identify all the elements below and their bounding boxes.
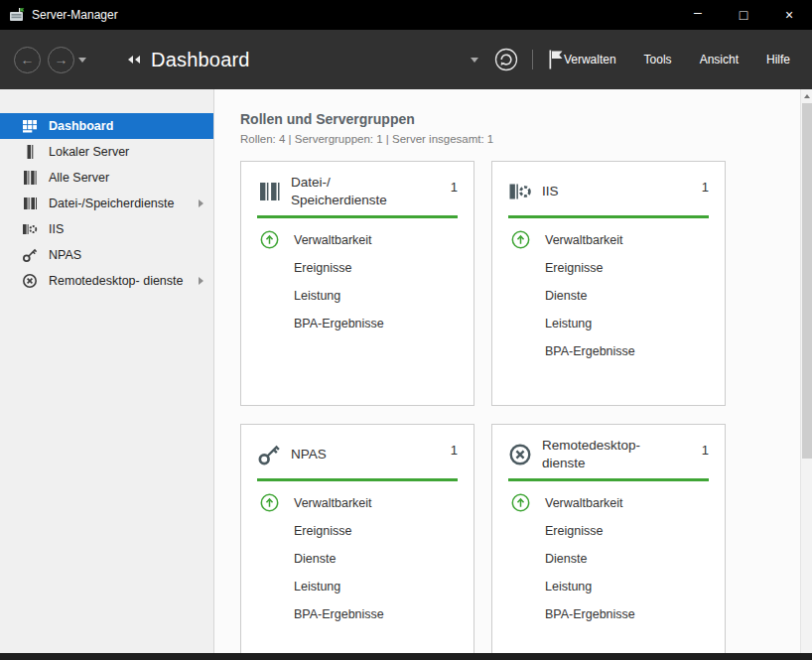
card-link[interactable]: BPA-Ergebnisse [257, 600, 458, 628]
card-title[interactable]: Remotedesktop- dienste [542, 437, 667, 471]
scrollbar-thumb[interactable] [802, 103, 812, 459]
notifications-flag-button[interactable] [547, 49, 564, 70]
minimize-icon: – [694, 4, 702, 20]
card-accent-line [257, 215, 458, 218]
card-count: 1 [702, 180, 709, 195]
forward-button[interactable]: → [48, 47, 74, 73]
window-bottom-edge [0, 653, 812, 660]
card-link[interactable]: BPA-Ergebnisse [508, 600, 709, 628]
card-title[interactable]: IIS [542, 183, 559, 200]
card-link[interactable]: Ereignisse [508, 254, 709, 282]
role-cards-grid: Datei-/ Speicherdienste 1 [240, 161, 788, 653]
vertical-scrollbar[interactable] [800, 89, 812, 653]
card-link[interactable]: Leistung [257, 573, 458, 600]
sidebar-item-lokaler-server[interactable]: Lokaler Server [0, 139, 213, 165]
card-count: 1 [451, 443, 458, 458]
card-link-label: Leistung [294, 580, 340, 594]
card-link-label: BPA-Ergebnisse [294, 607, 384, 621]
minimize-button[interactable]: – [675, 0, 721, 30]
card-link-label: Leistung [545, 317, 592, 330]
server-icon [22, 144, 38, 160]
card-link-label: Verwaltbarkeit [545, 496, 623, 510]
maximize-button[interactable]: □ [721, 0, 766, 30]
maximize-icon: □ [740, 7, 747, 23]
remote-desktop-icon [22, 273, 38, 289]
server-manager-app-icon [9, 7, 25, 23]
card-header: Remotedesktop- dienste 1 [508, 431, 709, 478]
menu-hilfe[interactable]: Hilfe [766, 53, 790, 66]
iis-server-gear-icon [508, 180, 532, 203]
close-icon: × [785, 7, 793, 23]
up-arrow-circle-icon [260, 493, 279, 512]
card-link[interactable]: Dienste [508, 282, 709, 310]
card-title[interactable]: Datei-/ Speicherdienste [291, 174, 416, 208]
card-link-label: Leistung [545, 580, 592, 594]
sidebar-item-iis[interactable]: IIS [0, 216, 213, 242]
card-link-label: Verwaltbarkeit [545, 233, 623, 247]
sidebar-item-label: Remotedesktop- dienste [49, 274, 184, 288]
card-link[interactable]: Dienste [257, 545, 458, 573]
sidebar-item-label: IIS [49, 222, 64, 236]
card-accent-line [257, 478, 458, 481]
scrollbar-up-arrow[interactable] [801, 89, 812, 103]
window-title: Server-Manager [32, 8, 118, 22]
forward-button-group: → [48, 47, 86, 73]
card-header: IIS 1 [508, 168, 709, 215]
card-count: 1 [702, 443, 709, 458]
sidebar-item-datei-speicherdienste[interactable]: Datei-/Speicherdienste [0, 191, 213, 216]
key-icon [257, 443, 281, 466]
card-remotedesktop-dienste: Remotedesktop- dienste 1 V [491, 424, 726, 653]
card-count: 1 [451, 180, 458, 195]
card-link[interactable]: Verwaltbarkeit [257, 489, 458, 517]
expand-arrow-icon[interactable] [199, 199, 203, 207]
menu-ansicht[interactable]: Ansicht [700, 53, 739, 66]
sidebar-item-remotedesktop-dienste[interactable]: Remotedesktop- dienste [0, 268, 213, 294]
back-button[interactable]: ← [14, 47, 41, 73]
refresh-button[interactable] [494, 48, 518, 71]
card-link-label: Leistung [294, 289, 340, 303]
summary-stats: Rollen: 4 | Servergruppen: 1 | Server in… [240, 133, 788, 145]
card-link[interactable]: BPA-Ergebnisse [508, 337, 709, 365]
card-link[interactable]: Ereignisse [508, 517, 709, 545]
sidebar-item-label: NPAS [49, 248, 81, 262]
up-arrow-circle-icon [260, 230, 279, 249]
card-link[interactable]: Leistung [508, 310, 709, 337]
expand-arrow-icon[interactable] [199, 277, 203, 285]
card-links: Verwaltbarkeit Ereignisse Dienste Leistu… [257, 489, 458, 628]
card-link[interactable]: BPA-Ergebnisse [257, 310, 458, 337]
iis-server-gear-icon [22, 221, 38, 237]
forward-arrow-icon: → [55, 52, 68, 67]
menu-verwalten[interactable]: Verwalten [564, 53, 616, 66]
card-link[interactable]: Leistung [257, 282, 458, 310]
close-button[interactable]: × [766, 0, 812, 30]
card-accent-line [508, 478, 709, 481]
card-link-label: BPA-Ergebnisse [294, 317, 384, 330]
card-link[interactable]: Ereignisse [257, 517, 458, 545]
menu-tools[interactable]: Tools [644, 53, 672, 66]
sidebar-item-npas[interactable]: NPAS [0, 242, 213, 268]
card-link-label: Ereignisse [545, 261, 603, 275]
breadcrumb-dropdown-caret[interactable] [471, 58, 478, 63]
window-controls: – □ × [675, 0, 812, 30]
up-arrow-circle-icon [511, 493, 530, 512]
card-link-label: Dienste [294, 552, 336, 566]
server-manager-window: Server-Manager – □ × ← → Dashboard [0, 0, 812, 660]
card-link[interactable]: Verwaltbarkeit [508, 226, 709, 254]
card-link-label: BPA-Ergebnisse [545, 607, 635, 621]
card-links: Verwaltbarkeit Ereignisse Leistung BPA-E… [257, 226, 458, 337]
sidebar-item-label: Alle Server [49, 171, 109, 185]
card-link[interactable]: Verwaltbarkeit [257, 226, 458, 254]
sidebar-item-alle-server[interactable]: Alle Server [0, 165, 213, 191]
card-header: Datei-/ Speicherdienste 1 [257, 168, 458, 215]
storage-servers-icon [257, 180, 281, 203]
card-link[interactable]: Dienste [508, 545, 709, 573]
forward-history-caret-icon[interactable] [78, 58, 86, 63]
sidebar-item-dashboard[interactable]: Dashboard [0, 113, 213, 139]
card-link[interactable]: Leistung [508, 573, 709, 600]
collapse-chevrons-icon [128, 56, 142, 64]
card-link[interactable]: Ereignisse [257, 254, 458, 282]
card-title[interactable]: NPAS [291, 446, 327, 463]
card-link[interactable]: Verwaltbarkeit [508, 489, 709, 517]
servers-icon [22, 170, 38, 186]
card-link-label: Ereignisse [545, 524, 603, 538]
